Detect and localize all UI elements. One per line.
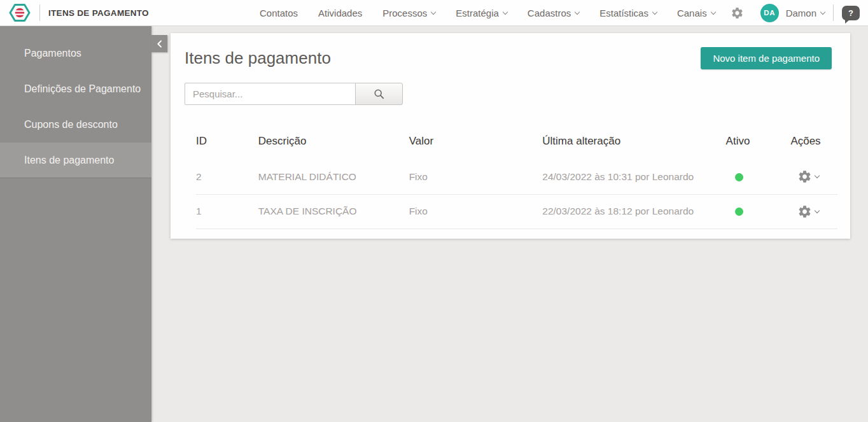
column-header-ultima-alteracao: Última alteração xyxy=(542,126,725,160)
main-nav: Contatos Atividades Processos Estratégia… xyxy=(249,0,725,26)
chevron-down-icon xyxy=(575,9,580,14)
cell-valor: Fixo xyxy=(409,194,543,229)
cell-ativo xyxy=(726,160,791,194)
help-button[interactable]: ? xyxy=(842,6,860,20)
sidebar-item-itens-de-pagamento[interactable]: Itens de pagamento xyxy=(0,143,151,178)
cell-ultima-alteracao: 24/03/2022 às 10:31 por Leonardo xyxy=(542,160,725,194)
chevron-down-icon xyxy=(652,9,657,14)
column-header-descricao: Descrição xyxy=(258,126,409,160)
cell-descricao: TAXA DE INSCRIÇÃO xyxy=(258,194,409,229)
cell-acoes xyxy=(790,160,837,194)
column-header-acoes: Ações xyxy=(790,126,837,160)
content-card: Itens de pagamento Novo item de pagament… xyxy=(171,33,850,239)
sidebar-item-pagamentos[interactable]: Pagamentos xyxy=(0,36,151,71)
hexagon-logo-icon xyxy=(8,3,31,23)
chevron-down-icon xyxy=(815,173,820,178)
payment-items-table: ID Descrição Valor Última alteração Ativ… xyxy=(196,126,837,229)
sidebar: Pagamentos Definições de Pagamento Cupon… xyxy=(0,26,151,422)
chevron-down-icon xyxy=(503,9,508,14)
row-actions-button[interactable] xyxy=(797,169,837,184)
nav-item-canais[interactable]: Canais xyxy=(667,0,725,26)
row-actions-button[interactable] xyxy=(797,204,837,219)
user-avatar[interactable]: DA xyxy=(760,4,779,22)
nav-item-contatos[interactable]: Contatos xyxy=(249,0,308,26)
cell-id: 2 xyxy=(196,160,258,194)
active-status-dot xyxy=(735,173,743,181)
brand-logo[interactable] xyxy=(8,3,31,23)
nav-item-atividades[interactable]: Atividades xyxy=(308,0,372,26)
settings-gear-button[interactable] xyxy=(731,6,744,20)
sidebar-item-definicoes-de-pagamento[interactable]: Definições de Pagamento xyxy=(0,71,151,107)
table-header-row: ID Descrição Valor Última alteração Ativ… xyxy=(196,126,837,160)
search-bar xyxy=(185,83,403,105)
active-status-dot xyxy=(735,207,743,216)
nav-item-estatisticas[interactable]: Estatísticas xyxy=(589,0,667,26)
cell-descricao: MATERIAL DIDÁTICO xyxy=(258,160,409,194)
table-row: 2 MATERIAL DIDÁTICO Fixo 24/03/2022 às 1… xyxy=(196,160,837,194)
cell-acoes xyxy=(790,194,837,229)
chevron-left-icon xyxy=(155,39,165,49)
sidebar-collapse-button[interactable] xyxy=(151,35,167,52)
column-header-ativo: Ativo xyxy=(726,126,791,160)
cell-id: 1 xyxy=(196,194,258,229)
cell-valor: Fixo xyxy=(409,160,543,194)
chevron-down-icon xyxy=(820,9,825,14)
nav-item-estrategia[interactable]: Estratégia xyxy=(445,0,517,26)
card-title: Itens de pagamento xyxy=(185,48,331,68)
top-header: ITENS DE PAGAMENTO Contatos Atividades P… xyxy=(0,0,868,26)
page-title: ITENS DE PAGAMENTO xyxy=(48,8,149,18)
chevron-down-icon xyxy=(431,9,436,14)
gear-icon xyxy=(797,204,812,219)
gear-icon xyxy=(731,6,744,20)
search-button[interactable] xyxy=(355,83,403,105)
cell-ultima-alteracao: 22/03/2022 às 18:12 por Leonardo xyxy=(542,194,725,229)
new-payment-item-button[interactable]: Novo item de pagamento xyxy=(701,47,832,69)
table-row: 1 TAXA DE INSCRIÇÃO Fixo 22/03/2022 às 1… xyxy=(196,194,837,229)
user-menu[interactable]: Damon xyxy=(786,8,825,18)
nav-item-processos[interactable]: Processos xyxy=(372,0,445,26)
magnifier-icon xyxy=(374,88,385,100)
chevron-down-icon xyxy=(710,9,715,14)
column-header-valor: Valor xyxy=(409,126,543,160)
search-input[interactable] xyxy=(185,83,356,105)
sidebar-item-cupons-de-desconto[interactable]: Cupons de desconto xyxy=(0,107,151,143)
cell-ativo xyxy=(726,194,791,229)
chevron-down-icon xyxy=(815,207,820,213)
gear-icon xyxy=(797,169,812,184)
header-divider xyxy=(833,4,834,21)
nav-item-cadastros[interactable]: Cadastros xyxy=(517,0,589,26)
header-divider xyxy=(39,4,40,21)
column-header-id: ID xyxy=(196,126,258,160)
